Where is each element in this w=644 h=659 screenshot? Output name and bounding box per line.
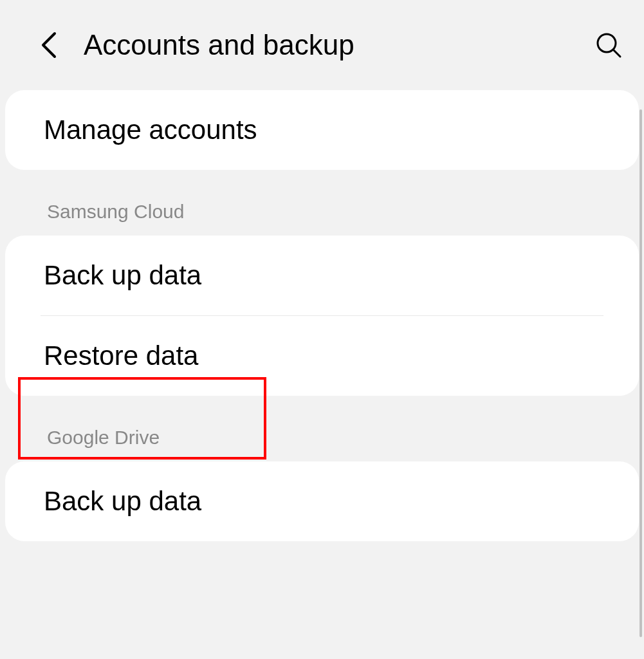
manage-accounts-item[interactable]: Manage accounts	[5, 90, 639, 170]
backup-data-samsung-item[interactable]: Back up data	[5, 236, 639, 315]
content-area: Manage accounts Samsung Cloud Back up da…	[0, 90, 644, 541]
svg-line-1	[614, 50, 620, 57]
back-icon[interactable]	[32, 29, 64, 61]
svg-point-0	[598, 34, 616, 52]
page-title: Accounts and backup	[84, 29, 593, 61]
header: Accounts and backup	[0, 0, 644, 90]
section-header-google-drive: Google Drive	[5, 401, 639, 461]
search-icon[interactable]	[593, 29, 625, 61]
section-samsung-cloud: Back up data Restore data	[5, 236, 639, 396]
restore-data-item[interactable]: Restore data	[5, 316, 639, 396]
section-header-samsung-cloud: Samsung Cloud	[5, 175, 639, 236]
section-google-drive: Back up data	[5, 461, 639, 541]
scrollbar[interactable]	[639, 109, 642, 637]
section-accounts: Manage accounts	[5, 90, 639, 170]
backup-data-google-item[interactable]: Back up data	[5, 461, 639, 541]
